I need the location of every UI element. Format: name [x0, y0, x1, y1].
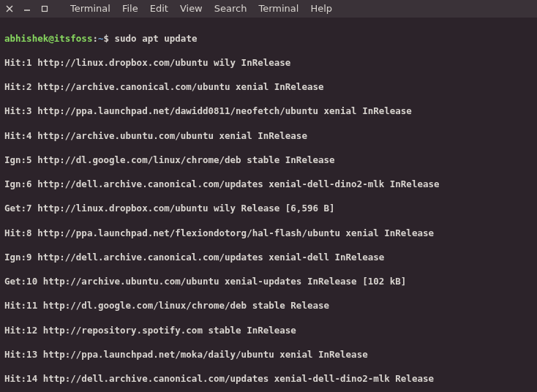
menu-edit[interactable]: Edit: [147, 2, 171, 15]
prompt-colon: :: [92, 33, 98, 44]
menu-terminal2[interactable]: Terminal: [255, 2, 301, 15]
terminal-output[interactable]: abhishek@itsfoss:~$ sudo apt update Hit:…: [0, 18, 537, 392]
output-line: Get:10 http://archive.ubuntu.com/ubuntu …: [4, 276, 533, 288]
output-line: Hit:13 http://ppa.launchpad.net/moka/dai…: [4, 349, 533, 361]
titlebar: Terminal File Edit View Search Terminal …: [0, 0, 537, 18]
menu-help[interactable]: Help: [307, 2, 335, 15]
output-line: Hit:11 http://dl.google.com/linux/chrome…: [4, 300, 533, 312]
output-line: Ign:5 http://dl.google.com/linux/chrome/…: [4, 154, 533, 167]
menu-view[interactable]: View: [177, 2, 206, 15]
menubar: Terminal File Edit View Search Terminal …: [67, 2, 335, 15]
output-line: Hit:1 http://linux.dropbox.com/ubuntu wi…: [4, 57, 533, 69]
output-line: Hit:4 http://archive.ubuntu.com/ubuntu x…: [4, 130, 533, 143]
prompt-line: abhishek@itsfoss:~$ sudo apt update: [4, 33, 533, 45]
output-line: Hit:2 http://archive.canonical.com/ubunt…: [4, 81, 533, 94]
output-line: Hit:12 http://repository.spotify.com sta…: [4, 325, 533, 337]
menu-terminal[interactable]: Terminal: [67, 2, 113, 15]
window-controls: [4, 4, 50, 14]
prompt-dollar: $: [103, 33, 114, 44]
output-line: Hit:14 http://dell.archive.canonical.com…: [4, 373, 533, 385]
prompt-user: abhishek@itsfoss: [4, 33, 92, 44]
maximize-icon[interactable]: [40, 4, 50, 14]
minimize-icon[interactable]: [22, 4, 32, 14]
output-line: Hit:8 http://ppa.launchpad.net/flexiondo…: [4, 227, 533, 240]
output-line: Ign:6 http://dell.archive.canonical.com/…: [4, 178, 533, 191]
command-text: sudo apt update: [115, 33, 198, 44]
svg-rect-3: [42, 7, 48, 12]
output-line: Get:7 http://linux.dropbox.com/ubuntu wi…: [4, 203, 533, 215]
menu-file[interactable]: File: [119, 2, 141, 15]
close-icon[interactable]: [4, 4, 15, 14]
menu-search[interactable]: Search: [211, 2, 250, 15]
output-line: Hit:3 http://ppa.launchpad.net/dawidd081…: [4, 105, 533, 118]
output-line: Ign:9 http://dell.archive.canonical.com/…: [4, 252, 533, 264]
